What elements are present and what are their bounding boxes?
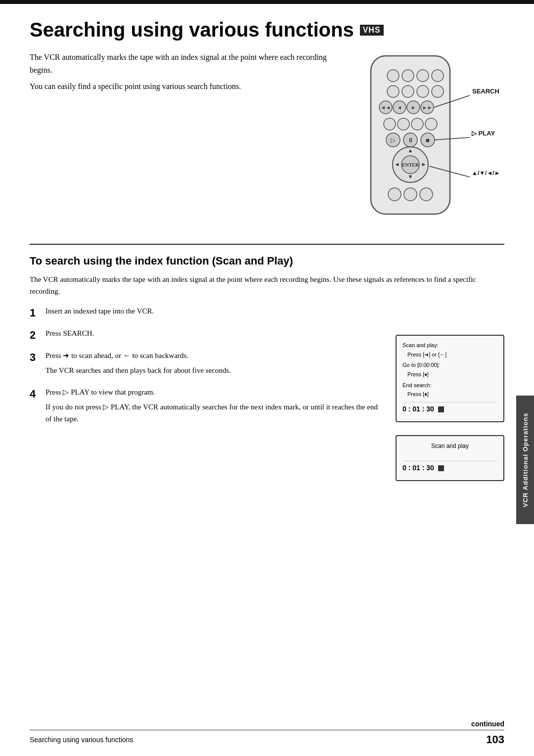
screen1-line1-value: Press [➜] or [←] xyxy=(402,352,446,357)
step-1-text: Insert an indexed tape into the VCR. xyxy=(45,307,154,315)
step-3-subtext: The VCR searches and then plays back for… xyxy=(45,364,386,376)
step-1-content: Insert an indexed tape into the VCR. xyxy=(45,305,386,321)
section-divider xyxy=(30,244,504,245)
screen1-line1-label: Scan and play: Press [➜] or [←] xyxy=(402,341,497,359)
step-4-content: Press ▷ PLAY to view that program. If yo… xyxy=(45,386,386,425)
title-text: Searching using various functions xyxy=(30,19,354,41)
step-3-num: 3 xyxy=(30,349,42,376)
svg-text:SEARCH: SEARCH xyxy=(472,88,499,95)
svg-text:►: ► xyxy=(421,161,427,167)
footer-section-name: Searching using various functions xyxy=(30,736,133,744)
step-3: 3 Press ➜ to scan ahead, or ← to scan ba… xyxy=(30,350,386,376)
content-area: Searching using various functions VHS Th… xyxy=(0,4,534,501)
svg-point-36 xyxy=(420,188,433,201)
screen1-line2-value: Press [♦] xyxy=(402,371,429,377)
step-2: 2 Press SEARCH. xyxy=(30,327,386,344)
svg-point-18 xyxy=(398,118,409,130)
page-container: Searching using various functions VHS Th… xyxy=(0,0,534,756)
footer-line: Searching using various functions 103 xyxy=(30,730,504,746)
svg-point-19 xyxy=(411,118,423,130)
screen2-label: Scan and play xyxy=(402,441,497,451)
steps-area: 1 Insert an indexed tape into the VCR. 2… xyxy=(30,305,504,481)
svg-text:►►: ►► xyxy=(422,105,432,110)
svg-point-34 xyxy=(388,188,401,201)
step-2-content: Press SEARCH. xyxy=(45,327,386,344)
step-3-content: Press ➜ to scan ahead, or ← to scan back… xyxy=(45,350,386,376)
step-4-text: Press ▷ PLAY to view that program. xyxy=(45,386,386,398)
svg-text:►: ► xyxy=(411,105,416,110)
remote-diagram: ◄◄ ◄ ► ►► ▷ ⏸ xyxy=(356,51,504,229)
svg-point-1 xyxy=(387,70,399,82)
step-4-subtext: If you do not press ▷ PLAY, the VCR auto… xyxy=(45,401,386,425)
step-2-text: Press SEARCH. xyxy=(45,329,94,337)
screen-box-1: Scan and play: Press [➜] or [←] Go to [0… xyxy=(396,335,504,422)
svg-text:■: ■ xyxy=(426,136,430,144)
page-footer: continued Searching using various functi… xyxy=(0,720,534,746)
screen1-time-display: 0 : 01 : 30 xyxy=(402,402,497,416)
svg-text:◄: ◄ xyxy=(397,105,402,110)
svg-text:▼: ▼ xyxy=(408,174,413,179)
screen2-time-display: 0 : 01 : 30 xyxy=(402,461,497,475)
svg-text:▲/▼/◄/►: ▲/▼/◄/► xyxy=(472,170,500,177)
screen1-line2: Go to [0:00:00]: Press [♦] xyxy=(402,360,497,379)
intro-paragraph-2: You can easily find a specific point usi… xyxy=(30,80,341,93)
section-heading: To search using the index function (Scan… xyxy=(30,255,504,267)
svg-point-3 xyxy=(417,70,429,82)
screen1-line3-value: Press [♦] xyxy=(402,391,429,397)
svg-point-17 xyxy=(384,118,396,130)
steps-left: 1 Insert an indexed tape into the VCR. 2… xyxy=(30,305,386,481)
svg-point-20 xyxy=(425,118,437,130)
footer-page-num: 103 xyxy=(486,733,504,746)
svg-text:◄◄: ◄◄ xyxy=(381,105,391,110)
step-2-num: 2 xyxy=(30,326,42,344)
svg-point-2 xyxy=(402,70,414,82)
top-bar xyxy=(0,0,534,4)
svg-point-5 xyxy=(387,86,399,97)
screen1-time: 0 : 01 : 30 xyxy=(402,403,434,415)
screen2-stop-icon xyxy=(438,465,444,471)
step-3-text: Press ➜ to scan ahead, or ← to scan back… xyxy=(45,350,386,361)
screen2-time: 0 : 01 : 30 xyxy=(402,462,434,474)
svg-text:ENTER: ENTER xyxy=(402,162,419,168)
step-4: 4 Press ▷ PLAY to view that program. If … xyxy=(30,386,386,425)
side-tab: VCR Additional Operations xyxy=(516,396,534,524)
svg-point-6 xyxy=(402,86,414,97)
step-4-num: 4 xyxy=(30,385,42,425)
svg-point-35 xyxy=(404,188,417,201)
continued-label: continued xyxy=(471,720,504,728)
svg-point-4 xyxy=(432,70,444,82)
intro-section: The VCR automatically marks the tape wit… xyxy=(30,51,504,229)
section-intro: The VCR automatically marks the tape wit… xyxy=(30,273,504,297)
vhs-badge: VHS xyxy=(360,25,384,36)
screen1-line3: End search: Press [♦] xyxy=(402,381,497,399)
svg-text:▷: ▷ xyxy=(391,136,396,144)
svg-text:▲: ▲ xyxy=(408,147,413,153)
screen-box-2: Scan and play 0 : 01 : 30 xyxy=(396,435,504,481)
screen1-stop-icon xyxy=(438,406,444,412)
svg-text:⏸: ⏸ xyxy=(407,136,414,144)
svg-point-8 xyxy=(432,86,444,97)
svg-text:▷ PLAY: ▷ PLAY xyxy=(472,130,495,137)
step-1-num: 1 xyxy=(30,304,42,321)
page-title: Searching using various functions VHS xyxy=(30,19,504,41)
step-1: 1 Insert an indexed tape into the VCR. xyxy=(30,305,386,321)
steps-right: Scan and play: Press [➜] or [←] Go to [0… xyxy=(396,305,504,481)
svg-text:◄: ◄ xyxy=(395,161,400,167)
remote-svg: ◄◄ ◄ ► ►► ▷ ⏸ xyxy=(356,51,504,229)
intro-paragraph-1: The VCR automatically marks the tape wit… xyxy=(30,51,341,76)
intro-text: The VCR automatically marks the tape wit… xyxy=(30,51,341,229)
svg-point-7 xyxy=(417,86,429,97)
